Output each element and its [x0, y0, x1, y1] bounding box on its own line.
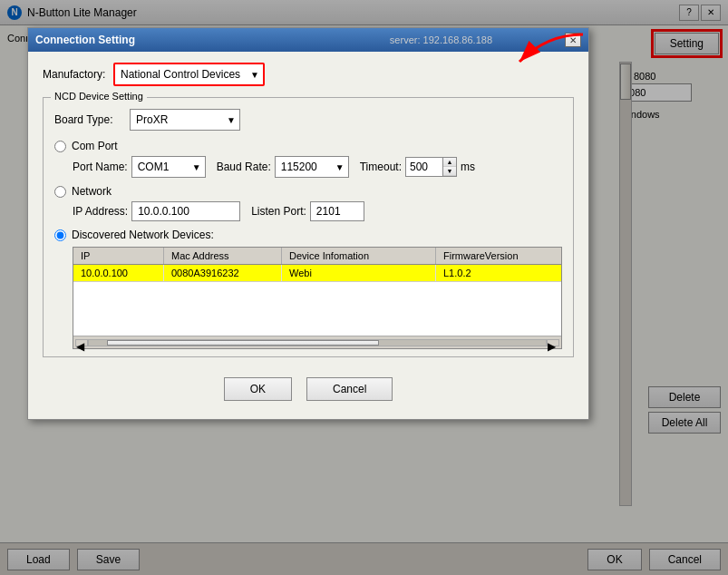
timeout-input[interactable]	[406, 158, 442, 176]
scroll-left-btn[interactable]: ◀	[75, 339, 88, 346]
port-name-select[interactable]: COM1 COM2 COM3 COM4	[132, 157, 205, 177]
network-fields: IP Address: Listen Port:	[73, 201, 562, 221]
board-type-label: Board Type:	[54, 113, 122, 126]
table-header: IP Mac Address Device Infomation Firmwar…	[73, 248, 561, 265]
scroll-thumb[interactable]	[107, 340, 379, 346]
dialog-title: Connection Setting	[35, 34, 135, 46]
baud-rate-label: Baud Rate:	[217, 161, 271, 173]
board-type-select[interactable]: ProXR Fusion Taralist	[131, 110, 239, 130]
listen-port-group: Listen Port:	[251, 201, 364, 221]
network-section: Network IP Address: Listen Port:	[54, 185, 562, 221]
com-port-section: Com Port Port Name: COM1 COM2 COM3 COM4	[54, 140, 562, 178]
col-header-device: Device Infomation	[282, 248, 436, 264]
col-header-ip: IP	[73, 248, 164, 264]
dialog-title-bar: Connection Setting server: 192.168.86.18…	[28, 28, 588, 52]
timeout-spinner: ▲ ▼	[405, 157, 457, 177]
manufactory-select-wrapper: National Control Devices Other ▼	[113, 63, 265, 86]
board-type-row: Board Type: ProXR Fusion Taralist ▼	[54, 109, 562, 131]
dialog-overlay: Connection Setting server: 192.168.86.18…	[0, 0, 728, 575]
connection-setting-dialog: Connection Setting server: 192.168.86.18…	[27, 27, 589, 420]
ip-address-input[interactable]	[131, 201, 240, 221]
timeout-spinner-buttons: ▲ ▼	[442, 158, 456, 176]
dialog-close-button[interactable]: ✕	[565, 33, 581, 47]
timeout-unit-label: ms	[461, 161, 475, 173]
dialog-buttons: OK Cancel	[43, 366, 574, 408]
timeout-group: Timeout: ▲ ▼ ms	[360, 157, 475, 177]
baud-rate-group: Baud Rate: 9600 19200 38400 57600 115200…	[217, 156, 349, 178]
col-header-mac: Mac Address	[164, 248, 282, 264]
cell-mac: 0080A3916232	[164, 265, 282, 281]
cell-firmware: L1.0.2	[436, 265, 545, 281]
port-name-label: Port Name:	[73, 161, 128, 173]
scroll-right-btn[interactable]: ▶	[547, 339, 559, 346]
table-row[interactable]: 10.0.0.100 0080A3916232 Webi L1.0.2	[73, 265, 561, 281]
com-port-label: Com Port	[72, 140, 118, 152]
table-empty-area	[73, 281, 561, 336]
discovered-label: Discovered Network Devices:	[72, 229, 214, 241]
manufactory-label: Manufactory:	[43, 68, 106, 81]
dialog-ok-button[interactable]: OK	[224, 377, 292, 401]
dialog-content: Manufactory: National Control Devices Ot…	[28, 52, 588, 419]
discovered-radio-row: Discovered Network Devices:	[54, 229, 562, 241]
com-port-fields: Port Name: COM1 COM2 COM3 COM4 ▼	[73, 156, 562, 178]
scroll-track[interactable]	[88, 339, 547, 346]
horizontal-scrollbar[interactable]: ◀ ▶	[73, 336, 561, 348]
baud-rate-select[interactable]: 9600 19200 38400 57600 115200	[276, 157, 348, 177]
listen-port-label: Listen Port:	[251, 205, 306, 218]
ncd-group-label: NCD Device Setting	[51, 91, 147, 102]
port-name-select-wrapper: COM1 COM2 COM3 COM4 ▼	[131, 156, 206, 178]
timeout-decrement-button[interactable]: ▼	[443, 167, 456, 176]
dialog-server-info: server: 192.168.86.188	[390, 34, 492, 45]
timeout-label: Timeout:	[360, 161, 402, 173]
timeout-increment-button[interactable]: ▲	[443, 158, 456, 167]
board-type-select-wrapper: ProXR Fusion Taralist ▼	[130, 109, 240, 131]
col-header-firmware: FirmwareVersion	[436, 248, 545, 264]
ip-address-label: IP Address:	[73, 205, 128, 218]
listen-port-input[interactable]	[310, 201, 364, 221]
network-label: Network	[72, 185, 112, 198]
com-port-radio-row: Com Port	[54, 140, 562, 152]
discovered-section: Discovered Network Devices: IP Mac Addre…	[54, 229, 562, 349]
manufactory-select[interactable]: National Control Devices Other	[115, 64, 263, 84]
baud-rate-select-wrapper: 9600 19200 38400 57600 115200 ▼	[275, 156, 349, 178]
discovered-radio[interactable]	[54, 229, 66, 241]
cell-ip: 10.0.0.100	[73, 265, 164, 281]
com-port-radio[interactable]	[54, 141, 66, 152]
port-name-group: Port Name: COM1 COM2 COM3 COM4 ▼	[73, 156, 206, 178]
network-radio-row: Network	[54, 185, 562, 198]
cell-device: Webi	[282, 265, 436, 281]
manufactory-row: Manufactory: National Control Devices Ot…	[43, 63, 574, 86]
ip-address-group: IP Address:	[73, 201, 240, 221]
ncd-device-setting-group: NCD Device Setting Board Type: ProXR Fus…	[43, 97, 574, 357]
discovered-devices-table: IP Mac Address Device Infomation Firmwar…	[73, 247, 562, 349]
dialog-cancel-button[interactable]: Cancel	[306, 377, 393, 401]
network-radio[interactable]	[54, 186, 66, 198]
